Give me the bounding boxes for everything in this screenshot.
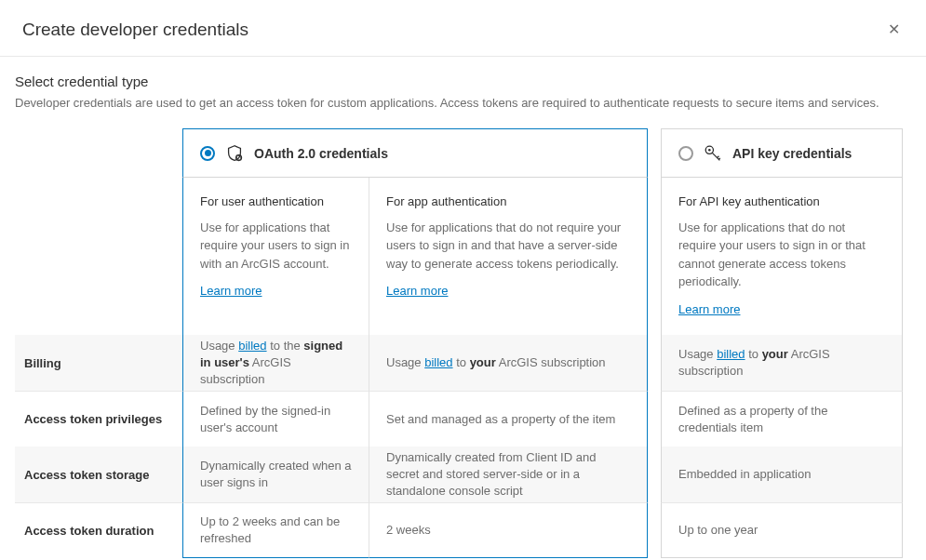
billed-link[interactable]: billed: [238, 339, 266, 353]
billing-oauth-user: Usage billed to the signed in user's Arc…: [182, 335, 369, 391]
radio-selected-icon[interactable]: [200, 146, 215, 161]
privileges-apikey: Defined as a property of the credentials…: [661, 391, 903, 447]
key-icon: [703, 143, 723, 164]
modal-header: Create developer credentials ✕: [0, 0, 926, 57]
duration-apikey: Up to one year: [661, 502, 903, 558]
billing-oauth-app: Usage billed to your ArcGIS subscription: [369, 335, 648, 391]
oauth-icon: [224, 143, 245, 164]
modal-title: Create developer credentials: [22, 20, 248, 40]
duration-oauth-user: Up to 2 weeks and can be refreshed: [182, 502, 369, 558]
oauth-app-text: Use for applications that do not require…: [386, 219, 630, 273]
row-label-storage: Access token storage: [15, 447, 182, 502]
billed-link[interactable]: billed: [424, 355, 452, 369]
apikey-learn-link[interactable]: Learn more: [678, 302, 740, 316]
privileges-oauth-app: Set and managed as a property of the ite…: [369, 391, 648, 447]
oauth-user-text: Use for applications that require your u…: [200, 219, 352, 273]
oauth-option-header[interactable]: OAuth 2.0 credentials: [182, 128, 648, 178]
section-title: Select credential type: [15, 73, 904, 89]
oauth-app-subtitle: For app authentication: [386, 193, 630, 211]
privileges-oauth-user: Defined by the signed-in user's account: [182, 391, 369, 447]
section-description: Developer credentials are used to get an…: [15, 95, 904, 112]
row-label-privileges: Access token privileges: [15, 391, 182, 447]
close-icon[interactable]: ✕: [884, 19, 904, 41]
radio-unselected-icon[interactable]: [678, 146, 693, 161]
oauth-app-auth-desc: For app authentication Use for applicati…: [369, 178, 648, 335]
row-label-duration: Access token duration: [15, 502, 182, 558]
apikey-subtitle: For API key authentication: [678, 193, 885, 211]
modal-content: Select credential type Developer credent…: [0, 57, 926, 558]
billing-apikey: Usage billed to your ArcGIS subscription: [661, 335, 903, 391]
oauth-app-learn-link[interactable]: Learn more: [386, 284, 448, 298]
apikey-desc: For API key authentication Use for appli…: [661, 178, 903, 335]
row-label-billing: Billing: [15, 335, 182, 391]
duration-oauth-app: 2 weeks: [369, 502, 648, 558]
oauth-user-subtitle: For user authentication: [200, 193, 352, 211]
svg-point-2: [708, 149, 711, 152]
storage-oauth-user: Dynamically created when a user signs in: [182, 447, 369, 502]
apikey-title: API key credentials: [732, 146, 852, 161]
oauth-user-learn-link[interactable]: Learn more: [200, 284, 262, 298]
billed-link[interactable]: billed: [717, 347, 745, 361]
apikey-text: Use for applications that do not require…: [678, 219, 885, 291]
credential-table: OAuth 2.0 credentials API key credential…: [15, 128, 904, 558]
storage-apikey: Embedded in application: [661, 447, 903, 502]
oauth-user-auth-desc: For user authentication Use for applicat…: [182, 178, 369, 335]
oauth-title: OAuth 2.0 credentials: [254, 146, 388, 161]
storage-oauth-app: Dynamically created from Client ID and s…: [369, 447, 648, 502]
apikey-option-header[interactable]: API key credentials: [661, 128, 903, 178]
